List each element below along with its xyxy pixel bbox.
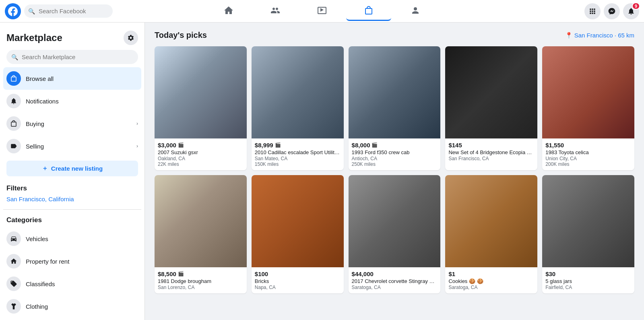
product-image (445, 175, 537, 267)
product-info: $1,550 1983 Toyota celica Union City, CA… (542, 138, 634, 170)
browse-all-icon (6, 71, 21, 86)
product-image (349, 175, 441, 267)
product-image (155, 175, 247, 267)
create-listing-button[interactable]: ＋ Create new listing (6, 161, 138, 176)
video-indicator-icon: 🎬 (275, 142, 281, 148)
price-value: $145 (448, 142, 462, 149)
sidebar-item-property-for-rent[interactable]: Property for rent (3, 250, 141, 273)
nav-watch-button[interactable] (299, 2, 345, 21)
nav-home-button[interactable] (206, 2, 251, 21)
product-name: Cookies 🍪 🍪 (448, 278, 534, 284)
product-card[interactable]: $8,000 🎬 1993 Ford f350 crew cab Antioch… (349, 46, 441, 170)
product-location: Fairfield, CA (545, 285, 631, 290)
sidebar-item-browse-all[interactable]: Browse all (3, 67, 141, 90)
main-section-title: Today's picks (155, 31, 207, 40)
product-info: $8,999 🎬 2010 Cadillac escalade Sport Ut… (252, 138, 344, 170)
product-name: New Set of 4 Bridgestone Ecopia TIRES (448, 149, 534, 155)
sidebar-item-selling[interactable]: Selling › (3, 135, 141, 157)
product-location: San Lorenzo, CA (158, 285, 244, 290)
create-listing-label: Create new listing (51, 165, 103, 172)
video-indicator-icon: 🎬 (178, 271, 184, 277)
product-location: Napa, CA (255, 285, 341, 290)
browse-all-label: Browse all (26, 75, 138, 82)
location-pin-icon: 📍 (565, 32, 573, 39)
sidebar-item-clothing[interactable]: Clothing (3, 295, 141, 318)
sidebar-item-vehicles[interactable]: Vehicles (3, 227, 141, 250)
sidebar: Marketplace 🔍 Browse all Notifications (0, 23, 145, 320)
product-info: $1 Cookies 🍪 🍪 Saratoga, CA (445, 267, 537, 293)
clothing-label: Clothing (26, 303, 138, 310)
product-grid: $3,000 🎬 2007 Suzuki gsxr Oakland, CA 22… (155, 46, 634, 293)
product-name: 2010 Cadillac escalade Sport Utility 4D (255, 149, 341, 155)
product-name: 1981 Dodge brougham (158, 278, 244, 284)
nav-search-input[interactable] (24, 4, 113, 18)
product-mileage: 250K miles (352, 161, 438, 167)
video-indicator-icon: 🎬 (372, 142, 378, 148)
product-mileage: 200K miles (545, 161, 631, 167)
top-navigation: 🔍 9 (0, 0, 644, 23)
product-card[interactable]: $44,000 2017 Chevrolet corvette Stingray… (349, 175, 441, 293)
product-card[interactable]: $100 Bricks Napa, CA (252, 175, 344, 293)
settings-gear-button[interactable] (124, 31, 138, 45)
categories-title: Categories (3, 215, 141, 227)
product-price: $1 (448, 270, 534, 277)
product-location: Saratoga, CA (352, 285, 438, 290)
product-image (349, 46, 441, 138)
sidebar-item-classifieds[interactable]: Classifieds (3, 273, 141, 295)
product-card[interactable]: $145 New Set of 4 Bridgestone Ecopia TIR… (445, 46, 537, 170)
notifications-sidebar-icon (6, 94, 21, 108)
price-value: $8,999 (255, 142, 273, 149)
nav-groups-button[interactable] (393, 2, 438, 21)
product-card[interactable]: $1 Cookies 🍪 🍪 Saratoga, CA (445, 175, 537, 293)
nav-marketplace-button[interactable] (346, 2, 391, 21)
classifieds-label: Classifieds (26, 281, 138, 287)
buying-icon (6, 116, 21, 131)
notifications-button[interactable]: 9 (623, 3, 639, 19)
notifications-label: Notifications (26, 98, 138, 105)
sidebar-item-buying[interactable]: Buying › (3, 112, 141, 135)
main-layout: Marketplace 🔍 Browse all Notifications (0, 23, 644, 320)
sidebar-divider (3, 209, 141, 210)
product-location: Antioch, CA (352, 156, 438, 161)
product-card[interactable]: $8,500 🎬 1981 Dodge brougham San Lorenzo… (155, 175, 247, 293)
product-mileage: 22K miles (158, 161, 244, 167)
product-name: 1993 Ford f350 crew cab (352, 149, 438, 155)
price-value: $8,500 (158, 270, 176, 277)
sidebar-item-notifications[interactable]: Notifications (3, 90, 141, 112)
product-card[interactable]: $3,000 🎬 2007 Suzuki gsxr Oakland, CA 22… (155, 46, 247, 170)
location-filter-link[interactable]: San Francisco, California (6, 196, 74, 202)
product-info: $30 5 glass jars Fairfield, CA (542, 267, 634, 293)
product-info: $145 New Set of 4 Bridgestone Ecopia TIR… (445, 138, 537, 165)
location-badge[interactable]: 📍 San Francisco · 65 km (565, 32, 634, 39)
product-location: Oakland, CA (158, 156, 244, 161)
product-name: 2007 Suzuki gsxr (158, 149, 244, 155)
product-location: San Mateo, CA (255, 156, 341, 161)
grid-menu-button[interactable] (584, 3, 601, 19)
nav-search-wrap: 🔍 (24, 4, 113, 18)
vehicles-label: Vehicles (26, 235, 138, 242)
product-location: San Francisco, CA (448, 156, 534, 161)
selling-icon (6, 139, 21, 153)
product-location: Union City, CA (545, 156, 631, 161)
product-card[interactable]: $8,999 🎬 2010 Cadillac escalade Sport Ut… (252, 46, 344, 170)
product-mileage: 150K miles (255, 161, 341, 167)
product-card[interactable]: $30 5 glass jars Fairfield, CA (542, 175, 634, 293)
price-value: $1,550 (545, 142, 564, 149)
product-card[interactable]: $1,550 1983 Toyota celica Union City, CA… (542, 46, 634, 170)
selling-chevron-icon: › (136, 143, 138, 149)
product-info: $8,500 🎬 1981 Dodge brougham San Lorenzo… (155, 267, 247, 293)
buying-chevron-icon: › (136, 121, 138, 126)
svg-point-0 (414, 7, 417, 10)
property-for-rent-icon (6, 254, 21, 268)
nav-friends-button[interactable] (253, 2, 298, 21)
facebook-logo[interactable] (5, 3, 21, 19)
sidebar-search-input[interactable] (6, 50, 138, 64)
product-info: $8,000 🎬 1993 Ford f350 crew cab Antioch… (349, 138, 441, 170)
messenger-button[interactable] (604, 3, 620, 19)
price-value: $8,000 (352, 142, 370, 149)
product-name: 5 glass jars (545, 278, 631, 284)
sidebar-item-electronics[interactable]: Electronics (3, 318, 141, 320)
product-price: $8,999 🎬 (255, 142, 341, 149)
clothing-icon (6, 299, 21, 314)
product-info: $100 Bricks Napa, CA (252, 267, 344, 293)
